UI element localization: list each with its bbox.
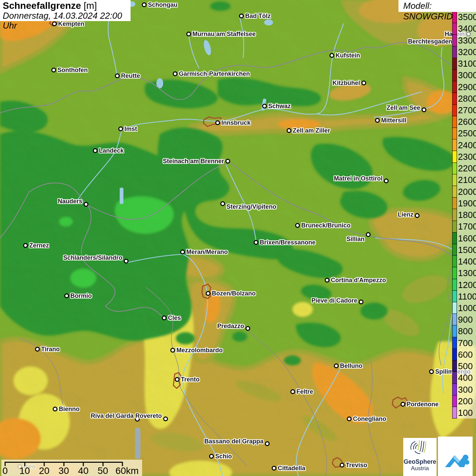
colorbar-segment (453, 151, 457, 163)
colorbar-tick-label: 200 (458, 395, 476, 407)
scalebar-tick-label: 40 (78, 465, 88, 476)
colorbar-tick-label: 2600 (458, 116, 476, 128)
colorbar-tick-label: 800 (458, 325, 476, 337)
colorbar-tick-label: 3100 (458, 58, 476, 69)
colorbar-tick-label: 2100 (458, 174, 476, 186)
colorbar-segment (453, 128, 457, 139)
colorbar-segment (453, 209, 457, 221)
colorbar-tick-label: 3400 (458, 23, 476, 34)
colorbar-segment (453, 384, 457, 395)
colorbar-tick-label: 900 (458, 314, 476, 325)
colorbar-tick-label: 400 (458, 372, 476, 384)
weather-map (0, 0, 476, 476)
terrain-relief-overlay (0, 0, 476, 476)
colorbar-segment (453, 407, 457, 418)
partner-logo-box (438, 437, 473, 476)
geosphere-country: Austria (403, 465, 437, 472)
snowfall-line-map-page: SchongauBad TölzKemptenMurnau am Staffel… (0, 0, 476, 476)
colorbar-segment (453, 70, 457, 81)
colorbar-segment (453, 372, 457, 384)
colorbar-tick-label: 1100 (458, 291, 476, 302)
colorbar-segment (453, 23, 457, 35)
colorbar-segment (453, 349, 457, 360)
unit-label: [m] (84, 0, 97, 11)
colorbar-segment (453, 81, 457, 93)
colorbar-segment (453, 58, 457, 70)
colorbar-tick-label: 2900 (458, 81, 476, 92)
scalebar-tick-label: 30 (58, 465, 69, 476)
colorbar-tick-label: 2700 (458, 104, 476, 116)
colorbar-tick-label: 2800 (458, 93, 476, 104)
colorbar-segment (453, 395, 457, 407)
colorbar-segment (453, 267, 457, 279)
colorbar-tick-label: 100 (458, 407, 476, 419)
scalebar-tick-label: 10 (19, 465, 30, 476)
colorbar-tick-label: 1300 (458, 267, 476, 279)
scalebar-tick-label: 60km (115, 465, 138, 476)
colorbar-segment (453, 256, 457, 267)
colorbar-segment (453, 291, 457, 302)
title-box: Schneefallgrenze [m] Donnerstag, 14.03.2… (0, 0, 131, 21)
colorbar-segments (452, 11, 457, 419)
colorbar-tick-label: 2500 (458, 128, 476, 139)
mountain-cloud-icon (441, 442, 470, 471)
geosphere-logo-box: GeoSphere Austria (403, 438, 437, 476)
colorbar-segment (453, 93, 457, 104)
colorbar-segment (453, 186, 457, 198)
colorbar-segment (453, 233, 457, 244)
colorbar-segment (453, 325, 457, 337)
colorbar-tick-label: 1700 (458, 221, 476, 232)
colorbar-tick-label: 3200 (458, 46, 476, 58)
colorbar-segment (453, 35, 457, 46)
colorbar-segment (453, 337, 457, 349)
colorbar-segment (453, 360, 457, 372)
scalebar-tick-label: 0 (2, 465, 8, 476)
colorbar-tick-label: 3300 (458, 34, 476, 46)
colorbar-segment (453, 302, 457, 314)
colorbar-segment (453, 116, 457, 128)
scale-bar: 0102030405060km (1, 460, 142, 476)
colorbar-segment (453, 221, 457, 233)
colorbar-tick-label: 500 (458, 360, 476, 372)
colorbar-tick-label: 300 (458, 384, 476, 395)
model-label: Modell: SNOWGRID (403, 1, 473, 22)
colorbar-labels: 3500340033003200310030002900280027002600… (458, 11, 476, 419)
geosphere-contour-icon (408, 439, 432, 457)
colorbar-tick-label: 700 (458, 337, 476, 349)
colorbar-tick-label: 2200 (458, 163, 476, 174)
scalebar-tick-label: 20 (39, 465, 49, 476)
colorbar-segment (453, 198, 457, 209)
colorbar-tick-label: 2400 (458, 139, 476, 151)
colorbar-tick-label: 1500 (458, 244, 476, 256)
geosphere-name: GeoSphere (403, 458, 437, 465)
colorbar-tick-label: 3000 (458, 69, 476, 81)
colorbar-segment (453, 314, 457, 325)
colorbar-segment (453, 47, 457, 58)
colorbar-tick-label: 600 (458, 349, 476, 360)
colorbar-segment (453, 279, 457, 291)
colorbar-tick-label: 2000 (458, 186, 476, 198)
colorbar-tick-label: 1400 (458, 256, 476, 267)
colorbar-tick-label: 1900 (458, 198, 476, 209)
colorbar-segment (453, 105, 457, 116)
colorbar-segment (453, 174, 457, 186)
colorbar-segment (453, 139, 457, 151)
colorbar-segment (453, 163, 457, 174)
valid-datetime: Donnerstag, 14.03.2024 22:00 Uhr (3, 11, 128, 31)
colorbar-tick-label: 2300 (458, 151, 476, 163)
page-title: Schneefallgrenze [m] (3, 1, 128, 11)
colorbar-tick-label: 1800 (458, 209, 476, 221)
scalebar-tick-label: 50 (98, 465, 108, 476)
colorbar-tick-label: 1200 (458, 279, 476, 290)
model-box: Modell: SNOWGRID (398, 0, 476, 12)
colorbar-segment (453, 244, 457, 256)
colorbar-tick-label: 1000 (458, 302, 476, 314)
colorbar-tick-label: 1600 (458, 232, 476, 244)
